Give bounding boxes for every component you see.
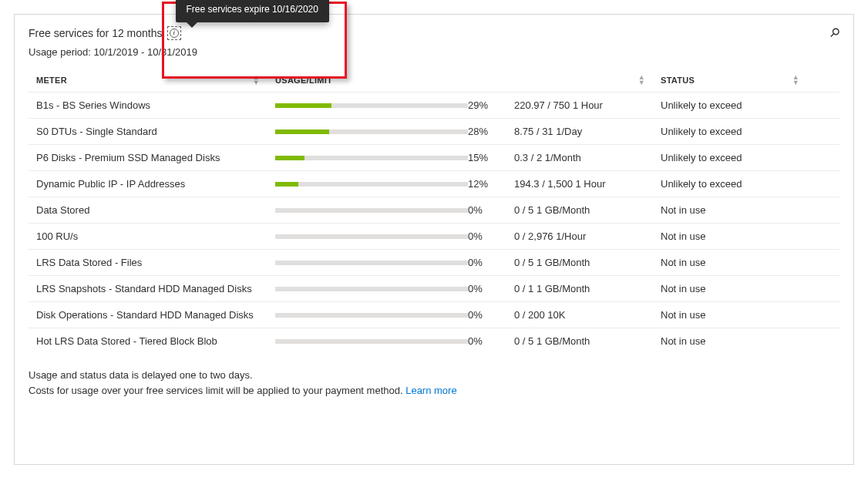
footer-line2: Costs for usage over your free services … [29,385,405,396]
table-row[interactable]: Data Stored0%0 / 5 1 GB/MonthNot in use [29,197,839,223]
table-row[interactable]: B1s - BS Series Windows29%220.97 / 750 1… [29,92,839,118]
cell-limit: 0.3 / 2 1/Month [514,152,661,163]
cell-meter: Dynamic Public IP - IP Addresses [36,178,275,190]
footer-line1: Usage and status data is delayed one to … [29,368,839,383]
cell-percent: 12% [468,178,514,190]
cell-usage-bar [275,103,468,108]
pin-icon[interactable]: ⚲ [826,25,843,42]
free-services-panel: Free services for 12 months i Free servi… [14,14,854,465]
cell-percent: 0% [468,257,514,268]
info-tooltip: Free services expire 10/16/2020 [176,0,329,22]
cell-meter: Hot LRS Data Stored - Tiered Block Blob [36,335,275,347]
cell-limit: 0 / 200 10K [514,309,661,321]
cell-usage-bar [275,261,468,265]
table-header-row: METER ▲▼ USAGE/LIMIT ▲▼ STATUS ▲▼ [29,69,839,92]
table-row[interactable]: Hot LRS Data Stored - Tiered Block Blob0… [29,328,839,354]
cell-status: Not in use [661,309,815,321]
cell-percent: 0% [468,335,514,347]
column-header-usage-label: USAGE/LIMIT [275,76,332,85]
footer-note: Usage and status data is delayed one to … [15,368,853,405]
cell-usage-bar [275,313,468,318]
column-header-limit[interactable]: ▲▼ [514,75,661,86]
sort-icon: ▲▼ [792,75,799,86]
info-icon[interactable]: i Free services expire 10/16/2020 [167,26,181,40]
cell-limit: 194.3 / 1,500 1 Hour [514,178,661,190]
cell-percent: 0% [468,309,514,321]
cell-status: Unlikely to exceed [661,178,815,190]
cell-usage-bar [275,130,468,134]
cell-limit: 0 / 5 1 GB/Month [514,257,661,268]
learn-more-link[interactable]: Learn more [405,385,456,396]
table-row[interactable]: LRS Snapshots - Standard HDD Managed Dis… [29,275,839,301]
cell-usage-bar [275,287,468,291]
column-header-usage[interactable]: USAGE/LIMIT [275,76,468,85]
cell-limit: 0 / 5 1 GB/Month [514,204,661,216]
cell-meter: S0 DTUs - Single Standard [36,126,275,137]
cell-usage-bar [275,182,468,187]
cell-meter: LRS Data Stored - Files [36,257,275,268]
panel-title: Free services for 12 months [29,27,163,39]
cell-usage-bar [275,339,468,344]
cell-limit: 220.97 / 750 1 Hour [514,99,661,111]
cell-status: Not in use [661,257,815,268]
cell-status: Not in use [661,230,815,242]
cell-percent: 28% [468,126,514,137]
cell-meter: LRS Snapshots - Standard HDD Managed Dis… [36,283,275,294]
cell-usage-bar [275,208,468,213]
cell-limit: 0 / 2,976 1/Hour [514,230,661,242]
cell-usage-bar [275,156,468,160]
column-header-meter-label: METER [36,76,67,85]
table-row[interactable]: Dynamic Public IP - IP Addresses12%194.3… [29,170,839,197]
cell-percent: 0% [468,204,514,216]
cell-percent: 0% [468,230,514,242]
cell-meter: B1s - BS Series Windows [36,99,275,111]
cell-meter: P6 Disks - Premium SSD Managed Disks [36,152,275,163]
cell-limit: 0 / 5 1 GB/Month [514,335,661,347]
cell-status: Unlikely to exceed [661,126,815,137]
cell-usage-bar [275,234,468,239]
cell-limit: 8.75 / 31 1/Day [514,126,661,137]
table-body: B1s - BS Series Windows29%220.97 / 750 1… [29,92,839,354]
table-row[interactable]: P6 Disks - Premium SSD Managed Disks15%0… [29,144,839,170]
cell-percent: 0% [468,283,514,294]
usage-period: Usage period: 10/1/2019 - 10/31/2019 [29,46,839,58]
cell-status: Unlikely to exceed [661,99,815,111]
sort-icon: ▲▼ [253,75,260,86]
cell-status: Not in use [661,204,815,216]
column-header-status-label: STATUS [661,76,695,85]
column-header-meter[interactable]: METER ▲▼ [36,75,275,86]
panel-header: Free services for 12 months i Free servi… [29,25,839,40]
cell-status: Not in use [661,335,815,347]
cell-meter: Disk Operations - Standard HDD Managed D… [36,309,275,321]
cell-meter: Data Stored [36,204,275,216]
sort-icon: ▲▼ [638,75,645,86]
cell-percent: 29% [468,99,514,111]
table-row[interactable]: 100 RU/s0%0 / 2,976 1/HourNot in use [29,223,839,249]
table-row[interactable]: LRS Data Stored - Files0%0 / 5 1 GB/Mont… [29,249,839,275]
cell-percent: 15% [468,152,514,163]
cell-status: Unlikely to exceed [661,152,815,163]
table-row[interactable]: S0 DTUs - Single Standard28%8.75 / 31 1/… [29,118,839,144]
cell-status: Not in use [661,283,815,294]
cell-meter: 100 RU/s [36,230,275,242]
table-row[interactable]: Disk Operations - Standard HDD Managed D… [29,301,839,328]
usage-table: METER ▲▼ USAGE/LIMIT ▲▼ STATUS ▲▼ B1s - … [29,69,839,354]
column-header-status[interactable]: STATUS ▲▼ [661,75,815,86]
cell-limit: 0 / 1 1 GB/Month [514,283,661,294]
